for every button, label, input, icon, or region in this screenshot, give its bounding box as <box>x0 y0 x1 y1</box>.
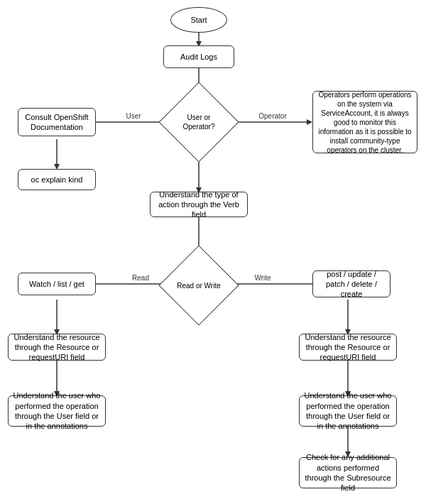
check-subresource-node: Check for any additional actions perform… <box>299 457 397 488</box>
read-write-diamond: Read or Write <box>168 254 230 317</box>
flowchart-diagram: Read Write User Operator Start Audit Log… <box>0 0 426 504</box>
understand-user-left-node: Understand the user who performed the op… <box>8 395 106 427</box>
understand-resource-left-node: Understand the resource through the Reso… <box>8 334 106 361</box>
svg-text:Write: Write <box>254 274 271 282</box>
consult-openshift-node: Consult OpenShift Documentation <box>18 108 96 136</box>
oc-explain-node: oc explain kind <box>18 169 96 190</box>
understand-user-right-node: Understand the user who performed the op… <box>299 395 397 427</box>
svg-text:User: User <box>126 112 141 120</box>
watch-list-get-node: Watch / list / get <box>18 273 96 295</box>
user-operator-diamond: User or Operator? <box>168 91 230 153</box>
audit-logs-node: Audit Logs <box>163 45 234 68</box>
understand-verb-node: Understand the type of action through th… <box>150 192 248 217</box>
svg-marker-7 <box>307 119 312 125</box>
post-update-node: post / update / patch / delete / create <box>312 270 390 297</box>
operators-note-node: Operators perform operations on the syst… <box>312 91 417 153</box>
svg-text:Read: Read <box>132 274 149 282</box>
start-node: Start <box>170 7 227 33</box>
understand-resource-right-node: Understand the resource through the Reso… <box>299 334 397 361</box>
svg-text:Operator: Operator <box>258 112 287 120</box>
